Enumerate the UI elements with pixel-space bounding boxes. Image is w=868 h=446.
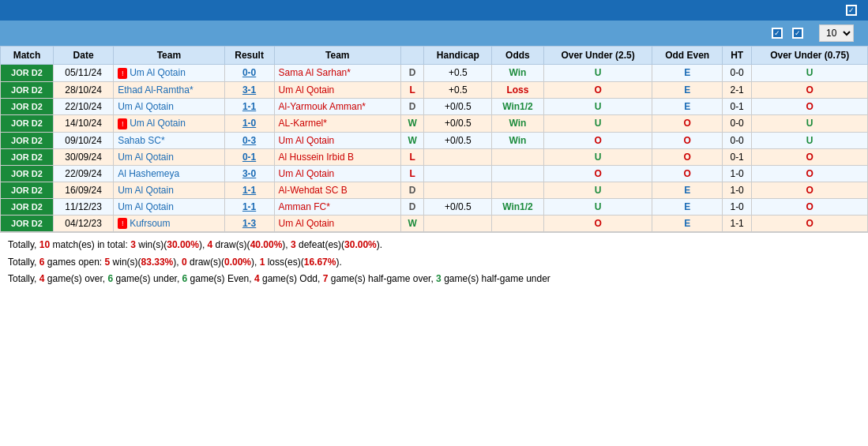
cell-outcome: D bbox=[400, 65, 423, 82]
cell-odds bbox=[492, 215, 543, 232]
cell-result[interactable]: 1-1 bbox=[224, 198, 274, 215]
team2-link[interactable]: Um Al Qotain bbox=[279, 84, 335, 96]
result-link[interactable]: 0-3 bbox=[242, 135, 256, 146]
cell-team1[interactable]: !Um Al Qotain bbox=[114, 65, 224, 82]
cell-handicap: +0/0.5 bbox=[424, 198, 492, 215]
team1-link[interactable]: Um Al Qotain bbox=[118, 101, 174, 112]
team2-link[interactable]: Amman FC* bbox=[279, 201, 330, 212]
cell-team1[interactable]: Um Al Qotain bbox=[114, 98, 224, 114]
result-link[interactable]: 1-1 bbox=[242, 201, 256, 212]
jor-cup-checkbox[interactable]: ✓ bbox=[772, 28, 783, 39]
cell-over-under-075: O bbox=[752, 215, 868, 232]
table-row: JOR D216/09/24Um Al Qotain1-1Al-Wehdat S… bbox=[1, 182, 868, 198]
cell-date: 22/09/24 bbox=[53, 165, 113, 182]
jor-cup-filter[interactable]: ✓ bbox=[772, 28, 786, 39]
team1-link[interactable]: Ethad Al-Ramtha* bbox=[118, 84, 193, 96]
cell-odd-even: E bbox=[652, 198, 722, 215]
cell-team2[interactable]: Um Al Qotain bbox=[274, 81, 400, 98]
col-match: Match bbox=[1, 47, 54, 65]
team2-link[interactable]: AL-Karmel* bbox=[279, 118, 327, 129]
table-header-row: Match Date Team Result Team Handicap Odd… bbox=[1, 47, 868, 65]
team2-link[interactable]: Al-Wehdat SC B bbox=[279, 185, 348, 196]
result-link[interactable]: 0-0 bbox=[242, 67, 256, 78]
cell-result[interactable]: 1-3 bbox=[224, 215, 274, 232]
team1-link[interactable]: Kufrsoum bbox=[130, 218, 170, 229]
cell-handicap: +0/0.5 bbox=[424, 98, 492, 114]
result-link[interactable]: 0-1 bbox=[242, 152, 256, 163]
cell-team1[interactable]: !Um Al Qotain bbox=[114, 114, 224, 132]
cell-team2[interactable]: Um Al Qotain bbox=[274, 132, 400, 148]
team2-link[interactable]: Um Al Qotain bbox=[279, 218, 335, 229]
cell-result[interactable]: 1-1 bbox=[224, 98, 274, 114]
cell-team2[interactable]: Um Al Qotain bbox=[274, 165, 400, 182]
cell-ht: 0-0 bbox=[722, 132, 751, 148]
cell-odd-even: E bbox=[652, 81, 722, 98]
display-notes-toggle[interactable]: ✓ bbox=[846, 5, 860, 16]
cell-team1[interactable]: Sahab SC* bbox=[114, 132, 224, 148]
result-link[interactable]: 1-1 bbox=[242, 101, 256, 112]
cell-team1[interactable]: Al Hashemeya bbox=[114, 165, 224, 182]
jor-d2-filter[interactable]: ✓ bbox=[792, 28, 806, 39]
cell-result[interactable]: 1-1 bbox=[224, 182, 274, 198]
cell-team2[interactable]: Al-Yarmouk Amman* bbox=[274, 98, 400, 114]
cell-result[interactable]: 0-1 bbox=[224, 148, 274, 165]
result-link[interactable]: 1-0 bbox=[242, 118, 256, 129]
cell-team2[interactable]: Al Hussein Irbid B bbox=[274, 148, 400, 165]
cell-ht: 0-0 bbox=[722, 65, 751, 82]
cell-team1[interactable]: !Kufrsoum bbox=[114, 215, 224, 232]
cell-team2[interactable]: Al-Wehdat SC B bbox=[274, 182, 400, 198]
cell-handicap: +0/0.5 bbox=[424, 132, 492, 148]
cell-date: 09/10/24 bbox=[53, 132, 113, 148]
result-link[interactable]: 1-3 bbox=[242, 218, 256, 229]
team1-link[interactable]: Um Al Qotain bbox=[118, 185, 174, 196]
cell-date: 05/11/24 bbox=[53, 65, 113, 82]
team2-link[interactable]: Um Al Qotain bbox=[279, 168, 335, 179]
cell-team1[interactable]: Um Al Qotain bbox=[114, 182, 224, 198]
team1-link[interactable]: Um Al Qotain bbox=[118, 152, 174, 163]
cell-team2[interactable]: Sama Al Sarhan* bbox=[274, 65, 400, 82]
cell-result[interactable]: 3-0 bbox=[224, 165, 274, 182]
table-row: JOR D205/11/24!Um Al Qotain0-0Sama Al Sa… bbox=[1, 65, 868, 82]
cell-team2[interactable]: AL-Karmel* bbox=[274, 114, 400, 132]
table-row: JOR D204/12/23!Kufrsoum1-3Um Al QotainWO… bbox=[1, 215, 868, 232]
cell-ht: 1-0 bbox=[722, 182, 751, 198]
cell-result[interactable]: 3-1 bbox=[224, 81, 274, 98]
team1-link[interactable]: Um Al Qotain bbox=[130, 67, 186, 78]
jor-d2-checkbox[interactable]: ✓ bbox=[792, 28, 803, 39]
team1-link[interactable]: Sahab SC* bbox=[118, 135, 164, 146]
cell-outcome: L bbox=[400, 81, 423, 98]
cell-handicap bbox=[424, 148, 492, 165]
summary-line2: Totally, 6 games open: 5 win(s)(83.33%),… bbox=[8, 255, 860, 270]
cell-ht: 0-1 bbox=[722, 148, 751, 165]
team2-link[interactable]: Al-Yarmouk Amman* bbox=[279, 101, 366, 112]
table-row: JOR D228/10/24Ethad Al-Ramtha*3-1Um Al Q… bbox=[1, 81, 868, 98]
cell-team2[interactable]: Amman FC* bbox=[274, 198, 400, 215]
summary-section: Totally, 10 match(es) in total: 3 win(s)… bbox=[0, 232, 868, 293]
result-link[interactable]: 1-1 bbox=[242, 185, 256, 196]
team2-link[interactable]: Um Al Qotain bbox=[279, 135, 335, 146]
cell-team2[interactable]: Um Al Qotain bbox=[274, 215, 400, 232]
team2-link[interactable]: Sama Al Sarhan* bbox=[279, 67, 351, 78]
cell-team1[interactable]: Ethad Al-Ramtha* bbox=[114, 81, 224, 98]
cell-result[interactable]: 1-0 bbox=[224, 114, 274, 132]
team1-link[interactable]: Al Hashemeya bbox=[118, 168, 179, 179]
cell-result[interactable]: 0-0 bbox=[224, 65, 274, 82]
col-over-under25: Over Under (2.5) bbox=[543, 47, 652, 65]
last-games-select[interactable]: 10 5 15 20 25 30 bbox=[819, 24, 854, 42]
cell-over-under-075: U bbox=[752, 114, 868, 132]
summary-line3: Totally, 4 game(s) over, 6 game(s) under… bbox=[8, 272, 860, 287]
cell-team1[interactable]: Um Al Qotain bbox=[114, 148, 224, 165]
team2-link[interactable]: Al Hussein Irbid B bbox=[279, 152, 354, 163]
team1-link[interactable]: Um Al Qotain bbox=[130, 118, 186, 129]
cell-result[interactable]: 0-3 bbox=[224, 132, 274, 148]
team1-link[interactable]: Um Al Qotain bbox=[118, 201, 174, 212]
cell-odds: Win bbox=[492, 132, 543, 148]
cell-odds bbox=[492, 182, 543, 198]
cell-ht: 1-1 bbox=[722, 215, 751, 232]
result-link[interactable]: 3-0 bbox=[242, 168, 256, 179]
cell-odds bbox=[492, 165, 543, 182]
result-link[interactable]: 3-1 bbox=[242, 84, 256, 96]
cell-ht: 1-0 bbox=[722, 165, 751, 182]
cell-team1[interactable]: Um Al Qotain bbox=[114, 198, 224, 215]
display-notes-checkbox[interactable]: ✓ bbox=[846, 5, 857, 16]
